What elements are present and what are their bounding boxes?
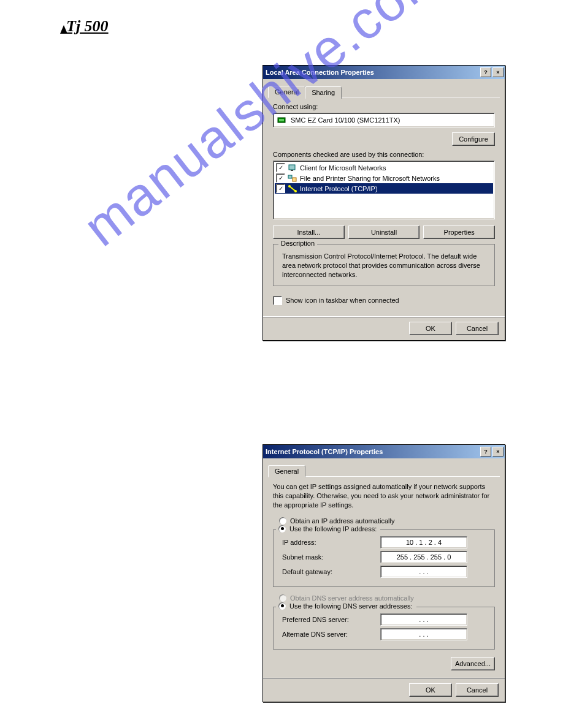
use-ip-group: Use the following IP address: IP address… (273, 529, 495, 587)
install-button[interactable]: Install... (273, 226, 345, 239)
svg-rect-5 (293, 178, 296, 181)
tab-sharing[interactable]: Sharing (305, 86, 342, 99)
window-title: Internet Protocol (TCP/IP) Properties (266, 448, 383, 455)
preferred-dns-label: Preferred DNS server: (282, 616, 380, 623)
cancel-button[interactable]: Cancel (456, 322, 499, 335)
titlebar[interactable]: Internet Protocol (TCP/IP) Properties ? … (263, 445, 505, 458)
components-label: Components checked are used by this conn… (273, 151, 495, 158)
use-dns-group: Use the following DNS server addresses: … (273, 607, 495, 650)
subnet-mask-input[interactable]: 255 . 255 . 255 . 0 (380, 551, 467, 563)
svg-point-8 (294, 190, 297, 192)
radio-use-following-dns[interactable] (278, 602, 286, 610)
list-item-label: File and Printer Sharing for Microsoft N… (300, 175, 440, 182)
description-text: Transmission Control Protocol/Internet P… (282, 252, 488, 279)
svg-rect-1 (279, 119, 284, 121)
radio-use-following-ip-label: Use the following IP address: (289, 525, 377, 533)
description-legend: Description (278, 240, 317, 247)
advanced-button[interactable]: Advanced... (451, 657, 495, 670)
list-item[interactable]: ✓ Client for Microsoft Networks (275, 162, 493, 173)
properties-button[interactable]: Properties (423, 226, 495, 239)
radio-use-following-dns-label: Use the following DNS server addresses: (289, 602, 413, 610)
subnet-mask-label: Subnet mask: (282, 553, 380, 561)
cancel-button[interactable]: Cancel (456, 683, 499, 697)
ip-address-label: IP address: (282, 539, 380, 546)
configure-button[interactable]: Configure (452, 132, 495, 146)
list-item-selected[interactable]: ✓ Internet Protocol (TCP/IP) (275, 183, 493, 194)
tcpip-properties-dialog: Internet Protocol (TCP/IP) Properties ? … (262, 444, 505, 702)
radio-use-following-ip[interactable] (278, 525, 286, 533)
show-icon-checkbox[interactable] (273, 296, 282, 305)
svg-rect-4 (288, 175, 292, 178)
logo-text: Tj 500 (66, 17, 109, 36)
checkbox[interactable]: ✓ (276, 184, 285, 193)
share-icon (288, 174, 297, 183)
local-area-connection-dialog: Local Area Connection Properties ? × Gen… (262, 65, 505, 341)
svg-point-7 (288, 185, 291, 188)
radio-obtain-dns-auto-label: Obtain DNS server address automatically (290, 594, 414, 602)
checkbox[interactable]: ✓ (276, 163, 285, 172)
tab-general[interactable]: General (268, 465, 305, 477)
nic-icon (277, 116, 287, 124)
alternate-dns-label: Alternate DNS server: (282, 631, 380, 638)
radio-obtain-ip-auto-label: Obtain an IP address automatically (290, 517, 394, 525)
show-icon-label: Show icon in taskbar when connected (286, 297, 399, 304)
close-button[interactable]: × (492, 447, 504, 457)
svg-rect-3 (291, 170, 293, 171)
ip-address-input[interactable]: 10 . 1 . 2 . 4 (380, 536, 467, 548)
intro-text: You can get IP settings assigned automat… (273, 482, 495, 510)
uninstall-button[interactable]: Uninstall (348, 226, 420, 239)
ok-button[interactable]: OK (409, 322, 452, 335)
help-button[interactable]: ? (480, 67, 491, 77)
radio-obtain-dns-auto (279, 594, 286, 602)
list-item-label: Internet Protocol (TCP/IP) (300, 185, 378, 192)
client-icon (288, 164, 297, 172)
alternate-dns-input[interactable]: . . . (380, 628, 467, 640)
adapter-name: SMC EZ Card 10/100 (SMC1211TX) (291, 116, 400, 124)
default-gateway-label: Default gateway: (282, 568, 380, 575)
checkbox[interactable]: ✓ (276, 173, 285, 183)
close-button[interactable]: × (492, 67, 504, 77)
tab-general[interactable]: General (268, 86, 305, 98)
list-item[interactable]: ✓ File and Printer Sharing for Microsoft… (275, 173, 493, 183)
radio-obtain-ip-auto[interactable] (279, 517, 286, 525)
default-gateway-input[interactable]: . . . (380, 566, 467, 578)
adapter-field: SMC EZ Card 10/100 (SMC1211TX) (273, 113, 495, 127)
connect-using-label: Connect using: (273, 103, 495, 110)
titlebar[interactable]: Local Area Connection Properties ? × (263, 66, 505, 79)
list-item-label: Client for Microsoft Networks (300, 164, 386, 172)
components-list[interactable]: ✓ Client for Microsoft Networks ✓ File a… (273, 161, 495, 219)
page-logo: Tj 500 (60, 17, 109, 36)
svg-rect-2 (289, 165, 295, 170)
description-group: Description Transmission Control Protoco… (273, 244, 495, 286)
preferred-dns-input[interactable]: . . . (380, 613, 467, 626)
help-button[interactable]: ? (480, 447, 491, 457)
ok-button[interactable]: OK (409, 683, 452, 697)
protocol-icon (288, 184, 297, 193)
window-title: Local Area Connection Properties (266, 69, 374, 76)
